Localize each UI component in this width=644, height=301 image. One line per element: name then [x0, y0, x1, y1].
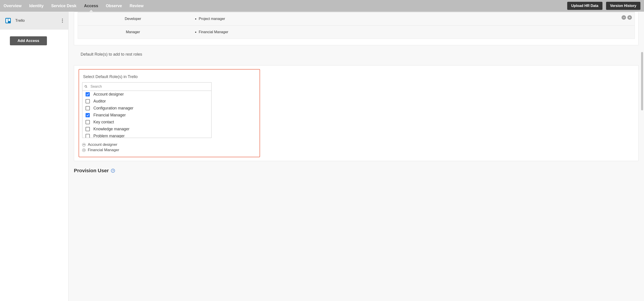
- remove-icon[interactable]: [82, 143, 86, 146]
- select-default-roles-title: Select Default Role(s) in Trello: [83, 74, 257, 79]
- role-option-label: Auditor: [94, 99, 106, 104]
- role-option[interactable]: Configuration manager: [82, 105, 211, 112]
- main-content: − + Developer Project manager Manager: [68, 12, 644, 301]
- role-option-label: Knowledge manager: [94, 127, 130, 131]
- nav-overview[interactable]: Overview: [4, 0, 22, 12]
- nav-review[interactable]: Review: [130, 0, 144, 12]
- role-option[interactable]: Knowledge manager: [82, 126, 211, 133]
- nav-access[interactable]: Access: [84, 0, 98, 12]
- role-option[interactable]: Key contact: [82, 119, 211, 126]
- sidebar-item-label: Trello: [15, 18, 25, 23]
- more-options-icon[interactable]: [62, 19, 63, 23]
- remove-row-button[interactable]: −: [622, 15, 626, 20]
- selected-role-item: Account designer: [82, 142, 257, 147]
- checkbox-unchecked-icon[interactable]: [86, 127, 90, 131]
- mapped-cell: Project manager: [188, 12, 634, 25]
- search-icon: [84, 85, 88, 88]
- remove-icon[interactable]: [82, 148, 86, 152]
- svg-line-1: [86, 87, 87, 88]
- main-nav: Overview Identity Service Desk Access Ob…: [4, 0, 144, 12]
- checkbox-unchecked-icon[interactable]: [86, 99, 90, 103]
- role-option[interactable]: Financial Manager: [82, 112, 211, 119]
- checkbox-checked-icon[interactable]: [86, 92, 90, 96]
- svg-point-0: [85, 85, 87, 87]
- nav-observe[interactable]: Observe: [106, 0, 122, 12]
- role-option-label: Key contact: [94, 120, 114, 124]
- role-cell: Developer: [78, 12, 188, 25]
- table-row: Manager Financial Manager: [78, 25, 634, 39]
- provision-user-title: Provision User: [74, 168, 109, 174]
- role-option-label: Problem manager: [94, 134, 124, 138]
- upload-hr-data-button[interactable]: Upload HR Data: [567, 2, 602, 10]
- scrollbar[interactable]: [640, 12, 644, 301]
- checkbox-unchecked-icon[interactable]: [86, 106, 90, 110]
- selected-role-label: Financial Manager: [88, 148, 119, 152]
- role-option[interactable]: Auditor: [82, 98, 211, 105]
- nav-identity[interactable]: Identity: [29, 0, 44, 12]
- checkbox-checked-icon[interactable]: [86, 113, 90, 117]
- add-row-button[interactable]: +: [628, 15, 632, 20]
- version-history-button[interactable]: Version History: [606, 2, 640, 10]
- nav-service-desk[interactable]: Service Desk: [51, 0, 76, 12]
- add-access-button[interactable]: Add Access: [10, 36, 47, 45]
- role-option[interactable]: Problem manager: [82, 133, 211, 138]
- selected-role-label: Account designer: [88, 142, 117, 147]
- role-mapping-table: Developer Project manager Manager Financ…: [78, 12, 634, 38]
- role-cell: Manager: [78, 25, 188, 39]
- role-option-label: Account designer: [94, 92, 124, 97]
- role-options-list[interactable]: Account designer Auditor Configuration m…: [82, 91, 212, 138]
- checkbox-unchecked-icon[interactable]: [86, 134, 90, 138]
- table-row: Developer Project manager: [78, 12, 634, 25]
- role-option-label: Financial Manager: [94, 113, 126, 118]
- search-input[interactable]: [82, 82, 212, 91]
- help-icon[interactable]: ?: [111, 169, 115, 173]
- mapped-cell: Financial Manager: [188, 25, 634, 39]
- top-bar: Overview Identity Service Desk Access Ob…: [0, 0, 644, 12]
- role-option[interactable]: Account designer: [82, 91, 211, 98]
- default-roles-section-label: Default Role(s) to add to rest roles: [80, 52, 638, 57]
- sidebar: Trello Add Access: [0, 12, 68, 301]
- role-option-label: Configuration manager: [94, 106, 134, 111]
- default-roles-panel: Select Default Role(s) in Trello Account…: [78, 69, 260, 157]
- checkbox-unchecked-icon[interactable]: [86, 120, 90, 124]
- trello-icon: [6, 18, 11, 23]
- sidebar-item-trello[interactable]: Trello: [0, 12, 68, 30]
- selected-role-item: Financial Manager: [82, 147, 257, 153]
- selected-roles-list: Account designer Financial Manager: [82, 142, 257, 153]
